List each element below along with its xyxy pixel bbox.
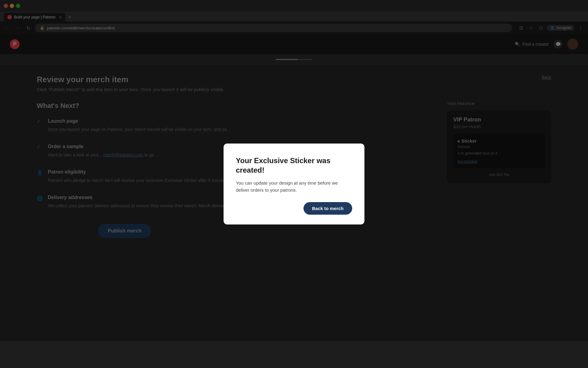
modal-title: Your Exclusive Sticker was created! [236, 156, 352, 175]
modal-footer: Back to merch [236, 202, 352, 215]
modal-overlay: Your Exclusive Sticker was created! You … [0, 0, 588, 368]
back-to-merch-button[interactable]: Back to merch [303, 202, 352, 215]
success-modal: Your Exclusive Sticker was created! You … [224, 144, 364, 224]
modal-body: You can update your design at any time b… [236, 180, 352, 194]
